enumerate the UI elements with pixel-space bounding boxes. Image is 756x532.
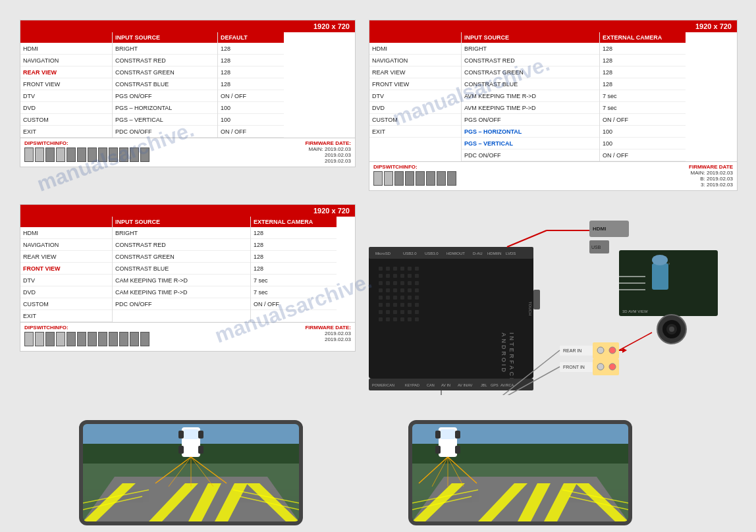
panel1-right-4: ON / OFF [218, 90, 284, 102]
svg-rect-40 [393, 303, 397, 307]
svg-text:ANDROID: ANDROID [500, 332, 507, 374]
panel1-dip-label: DIPSWITCHINFO: [24, 140, 149, 146]
panel2-firmware-dates: MAIN: 2019.02.03 B: 2019.02.03 3: 2019.0… [689, 170, 733, 188]
svg-text:3D AVM VIEW: 3D AVM VIEW [622, 309, 648, 313]
panel-2: 1920 x 720 HDMI NAVIGATION REAR VIEW FRO… [369, 20, 738, 191]
svg-rect-46 [393, 310, 397, 314]
svg-text:CAN: CAN [427, 383, 435, 387]
panel1-right-2: 128 [218, 66, 284, 78]
svg-rect-131 [184, 429, 198, 439]
dip-11 [130, 147, 139, 162]
panel1-row-nav: NAVIGATION [20, 55, 112, 66]
svg-text:HDMIIN: HDMIIN [487, 252, 501, 255]
svg-rect-49 [415, 310, 419, 314]
panel-3: 1920 x 720 HDMI NAVIGATION REAR VIEW FRO… [20, 204, 356, 352]
p3-left-4: DTV [20, 275, 112, 286]
panel2-fw-date-2: 3: 2019.02.03 [689, 182, 733, 188]
panel3-header: 1920 x 720 [20, 205, 355, 217]
svg-point-86 [669, 327, 674, 332]
panel1-right-1: 128 [218, 55, 284, 66]
p3-left-7: EXIT [20, 310, 112, 322]
p3-mid-2: CONSTRAST GREEN [113, 251, 250, 263]
panel2-fw-date-0: MAIN: 2019.02.03 [689, 170, 733, 176]
p3-dip-12 [140, 332, 149, 346]
svg-point-90 [597, 347, 604, 354]
panel1-header: 1920 x 720 [20, 20, 355, 32]
p2-right-6: ON / OFF [600, 114, 686, 126]
p2-left-1: NAVIGATION [369, 55, 461, 66]
svg-rect-38 [379, 303, 383, 307]
p3-dip-5 [67, 332, 76, 346]
panel1-row-front: FRONT VIEW [20, 78, 112, 90]
p2-right-0: 128 [600, 43, 686, 55]
camera-view-left [79, 420, 303, 525]
p2-dip-2 [384, 171, 393, 186]
panel3-col-left-header [20, 217, 112, 227]
p3-dip-10 [119, 332, 128, 346]
svg-rect-12 [408, 267, 412, 271]
dip-9 [109, 147, 118, 162]
svg-point-97 [609, 363, 616, 370]
p3-right-4: 7 sec [251, 275, 337, 286]
svg-text:TOUCH: TOUCH [528, 302, 532, 315]
camera-view-right [408, 420, 632, 525]
p2-left-6: CUSTOM [369, 114, 461, 126]
p3-right-2: 128 [251, 251, 337, 263]
p2-mid-2: CONSTRAST GREEN [462, 66, 599, 78]
p2-dip-6 [426, 171, 435, 186]
svg-rect-37 [415, 296, 419, 300]
p2-dip-3 [394, 171, 404, 186]
svg-rect-158 [435, 446, 441, 454]
p3-right-6: ON / OFF [251, 298, 337, 310]
svg-rect-14 [379, 274, 383, 278]
svg-point-91 [609, 347, 616, 354]
panel1-mid-0: BRIGHT [113, 43, 217, 55]
svg-rect-39 [386, 303, 390, 307]
svg-rect-58 [533, 290, 540, 309]
svg-rect-28 [393, 288, 397, 292]
p3-left-3: FRONT VIEW [20, 263, 112, 275]
svg-text:MicroSD: MicroSD [375, 252, 391, 255]
camera-left-svg [83, 424, 299, 521]
p2-right-5: 7 sec [600, 102, 686, 114]
panel1-col-right-header: DEFAULT [218, 32, 284, 43]
svg-rect-32 [379, 296, 383, 300]
panel1-right-0: 128 [218, 43, 284, 55]
panel-1: 1920 x 720 HDMI NAVIGATION REAR VIEW FRO… [20, 20, 356, 167]
panel1-right-5: 100 [218, 102, 284, 114]
svg-rect-31 [415, 288, 419, 292]
svg-rect-17 [400, 274, 404, 278]
panel1-mid-6: PGS – VERTICAL [113, 114, 217, 126]
panel1-right-3: 128 [218, 78, 284, 90]
panel3-col-right-header: EXTERNAL CAMERA [251, 217, 337, 227]
p3-mid-1: CONSTRAST RED [113, 239, 250, 251]
p2-mid-8: PGS – VERTICAL [462, 138, 599, 149]
p2-right-2: 128 [600, 66, 686, 78]
svg-marker-99 [622, 348, 627, 353]
dip-4 [56, 147, 65, 162]
panel1-row-rear: REAR VIEW [20, 66, 112, 78]
p2-right-1: 128 [600, 55, 686, 66]
svg-text:USB: USB [591, 245, 601, 250]
p3-mid-0: BRIGHT [113, 227, 250, 239]
p2-mid-9: PDC ON/OFF [462, 149, 599, 161]
p2-dip-5 [416, 171, 425, 186]
svg-rect-29 [400, 288, 404, 292]
dip-10 [119, 147, 128, 162]
panel1-fw-date-0: MAIN: 2019.02.03 [305, 146, 351, 152]
dip-5 [67, 147, 76, 162]
svg-text:REAR IN: REAR IN [563, 348, 581, 353]
p3-mid-3: CONSTRAST BLUE [113, 263, 250, 275]
p3-mid-5: CAM KEEPING TIME P->D [113, 286, 250, 298]
svg-rect-15 [386, 274, 390, 278]
svg-rect-21 [386, 281, 390, 285]
p2-right-3: 128 [600, 78, 686, 90]
svg-rect-22 [393, 281, 397, 285]
dip-1 [24, 147, 34, 162]
panel2-dip-switches [373, 171, 456, 186]
p2-right-4: 7 sec [600, 90, 686, 102]
panel2-col-mid-header: INPUT SOURCE [462, 32, 599, 43]
dip-6 [77, 147, 86, 162]
panel1-col-mid-header: INPUT SOURCE [113, 32, 217, 43]
svg-text:USB3.0: USB3.0 [425, 252, 439, 255]
